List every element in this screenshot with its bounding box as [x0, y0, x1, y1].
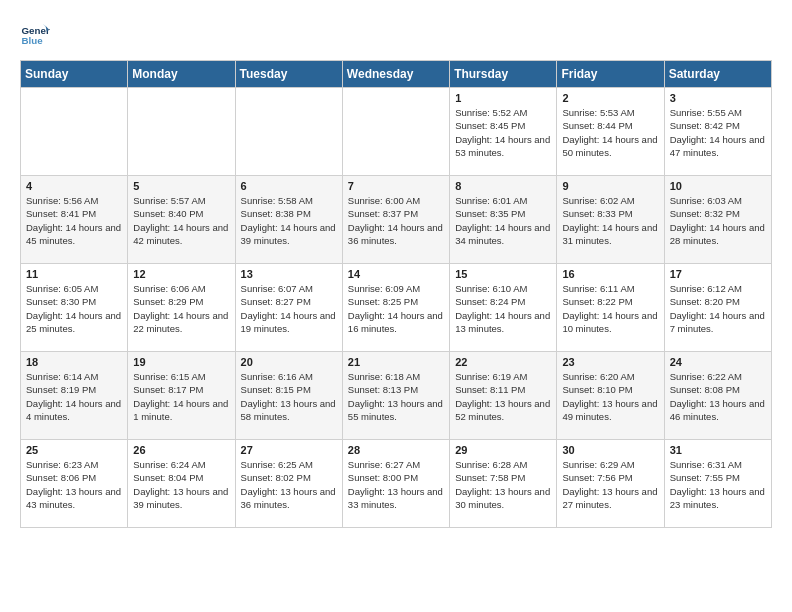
day-cell [128, 88, 235, 176]
day-cell: 15Sunrise: 6:10 AM Sunset: 8:24 PM Dayli… [450, 264, 557, 352]
day-number: 23 [562, 356, 658, 368]
day-cell: 25Sunrise: 6:23 AM Sunset: 8:06 PM Dayli… [21, 440, 128, 528]
day-info: Sunrise: 6:03 AM Sunset: 8:32 PM Dayligh… [670, 194, 766, 247]
weekday-header-friday: Friday [557, 61, 664, 88]
svg-text:General: General [22, 25, 51, 36]
day-cell [342, 88, 449, 176]
day-info: Sunrise: 6:14 AM Sunset: 8:19 PM Dayligh… [26, 370, 122, 423]
day-cell: 22Sunrise: 6:19 AM Sunset: 8:11 PM Dayli… [450, 352, 557, 440]
day-info: Sunrise: 6:07 AM Sunset: 8:27 PM Dayligh… [241, 282, 337, 335]
day-info: Sunrise: 6:16 AM Sunset: 8:15 PM Dayligh… [241, 370, 337, 423]
week-row-5: 25Sunrise: 6:23 AM Sunset: 8:06 PM Dayli… [21, 440, 772, 528]
day-cell [21, 88, 128, 176]
day-number: 28 [348, 444, 444, 456]
day-info: Sunrise: 6:18 AM Sunset: 8:13 PM Dayligh… [348, 370, 444, 423]
day-cell: 11Sunrise: 6:05 AM Sunset: 8:30 PM Dayli… [21, 264, 128, 352]
day-cell: 2Sunrise: 5:53 AM Sunset: 8:44 PM Daylig… [557, 88, 664, 176]
day-cell: 13Sunrise: 6:07 AM Sunset: 8:27 PM Dayli… [235, 264, 342, 352]
day-cell: 16Sunrise: 6:11 AM Sunset: 8:22 PM Dayli… [557, 264, 664, 352]
day-number: 26 [133, 444, 229, 456]
day-cell: 9Sunrise: 6:02 AM Sunset: 8:33 PM Daylig… [557, 176, 664, 264]
calendar-table: SundayMondayTuesdayWednesdayThursdayFrid… [20, 60, 772, 528]
day-cell: 18Sunrise: 6:14 AM Sunset: 8:19 PM Dayli… [21, 352, 128, 440]
day-info: Sunrise: 6:10 AM Sunset: 8:24 PM Dayligh… [455, 282, 551, 335]
weekday-header-saturday: Saturday [664, 61, 771, 88]
day-info: Sunrise: 6:11 AM Sunset: 8:22 PM Dayligh… [562, 282, 658, 335]
day-number: 8 [455, 180, 551, 192]
svg-text:Blue: Blue [22, 35, 44, 46]
day-number: 2 [562, 92, 658, 104]
day-cell: 23Sunrise: 6:20 AM Sunset: 8:10 PM Dayli… [557, 352, 664, 440]
day-number: 22 [455, 356, 551, 368]
day-cell: 29Sunrise: 6:28 AM Sunset: 7:58 PM Dayli… [450, 440, 557, 528]
day-info: Sunrise: 6:22 AM Sunset: 8:08 PM Dayligh… [670, 370, 766, 423]
day-number: 12 [133, 268, 229, 280]
day-number: 1 [455, 92, 551, 104]
day-info: Sunrise: 5:58 AM Sunset: 8:38 PM Dayligh… [241, 194, 337, 247]
day-cell: 31Sunrise: 6:31 AM Sunset: 7:55 PM Dayli… [664, 440, 771, 528]
day-info: Sunrise: 6:02 AM Sunset: 8:33 PM Dayligh… [562, 194, 658, 247]
day-number: 29 [455, 444, 551, 456]
day-number: 27 [241, 444, 337, 456]
day-info: Sunrise: 5:53 AM Sunset: 8:44 PM Dayligh… [562, 106, 658, 159]
day-number: 25 [26, 444, 122, 456]
day-number: 30 [562, 444, 658, 456]
weekday-header-wednesday: Wednesday [342, 61, 449, 88]
day-info: Sunrise: 5:56 AM Sunset: 8:41 PM Dayligh… [26, 194, 122, 247]
day-number: 9 [562, 180, 658, 192]
day-cell: 7Sunrise: 6:00 AM Sunset: 8:37 PM Daylig… [342, 176, 449, 264]
day-number: 16 [562, 268, 658, 280]
day-cell: 10Sunrise: 6:03 AM Sunset: 8:32 PM Dayli… [664, 176, 771, 264]
day-cell: 26Sunrise: 6:24 AM Sunset: 8:04 PM Dayli… [128, 440, 235, 528]
day-cell: 6Sunrise: 5:58 AM Sunset: 8:38 PM Daylig… [235, 176, 342, 264]
day-cell: 14Sunrise: 6:09 AM Sunset: 8:25 PM Dayli… [342, 264, 449, 352]
day-number: 31 [670, 444, 766, 456]
day-info: Sunrise: 5:55 AM Sunset: 8:42 PM Dayligh… [670, 106, 766, 159]
day-info: Sunrise: 6:09 AM Sunset: 8:25 PM Dayligh… [348, 282, 444, 335]
day-cell: 30Sunrise: 6:29 AM Sunset: 7:56 PM Dayli… [557, 440, 664, 528]
weekday-header-row: SundayMondayTuesdayWednesdayThursdayFrid… [21, 61, 772, 88]
day-cell: 27Sunrise: 6:25 AM Sunset: 8:02 PM Dayli… [235, 440, 342, 528]
day-info: Sunrise: 6:27 AM Sunset: 8:00 PM Dayligh… [348, 458, 444, 511]
day-number: 11 [26, 268, 122, 280]
weekday-header-monday: Monday [128, 61, 235, 88]
weekday-header-tuesday: Tuesday [235, 61, 342, 88]
day-number: 19 [133, 356, 229, 368]
day-cell: 12Sunrise: 6:06 AM Sunset: 8:29 PM Dayli… [128, 264, 235, 352]
day-cell: 17Sunrise: 6:12 AM Sunset: 8:20 PM Dayli… [664, 264, 771, 352]
week-row-3: 11Sunrise: 6:05 AM Sunset: 8:30 PM Dayli… [21, 264, 772, 352]
week-row-1: 1Sunrise: 5:52 AM Sunset: 8:45 PM Daylig… [21, 88, 772, 176]
day-cell: 3Sunrise: 5:55 AM Sunset: 8:42 PM Daylig… [664, 88, 771, 176]
weekday-header-thursday: Thursday [450, 61, 557, 88]
day-info: Sunrise: 6:06 AM Sunset: 8:29 PM Dayligh… [133, 282, 229, 335]
day-number: 10 [670, 180, 766, 192]
day-number: 13 [241, 268, 337, 280]
day-number: 20 [241, 356, 337, 368]
day-cell: 24Sunrise: 6:22 AM Sunset: 8:08 PM Dayli… [664, 352, 771, 440]
day-info: Sunrise: 6:31 AM Sunset: 7:55 PM Dayligh… [670, 458, 766, 511]
day-info: Sunrise: 6:24 AM Sunset: 8:04 PM Dayligh… [133, 458, 229, 511]
day-info: Sunrise: 6:05 AM Sunset: 8:30 PM Dayligh… [26, 282, 122, 335]
day-cell: 21Sunrise: 6:18 AM Sunset: 8:13 PM Dayli… [342, 352, 449, 440]
day-info: Sunrise: 6:25 AM Sunset: 8:02 PM Dayligh… [241, 458, 337, 511]
day-number: 3 [670, 92, 766, 104]
day-number: 4 [26, 180, 122, 192]
day-info: Sunrise: 5:52 AM Sunset: 8:45 PM Dayligh… [455, 106, 551, 159]
day-number: 24 [670, 356, 766, 368]
day-cell: 28Sunrise: 6:27 AM Sunset: 8:00 PM Dayli… [342, 440, 449, 528]
day-number: 17 [670, 268, 766, 280]
day-cell: 8Sunrise: 6:01 AM Sunset: 8:35 PM Daylig… [450, 176, 557, 264]
day-cell: 5Sunrise: 5:57 AM Sunset: 8:40 PM Daylig… [128, 176, 235, 264]
day-info: Sunrise: 6:19 AM Sunset: 8:11 PM Dayligh… [455, 370, 551, 423]
logo-icon: General Blue [20, 20, 50, 50]
day-info: Sunrise: 6:29 AM Sunset: 7:56 PM Dayligh… [562, 458, 658, 511]
day-number: 5 [133, 180, 229, 192]
day-cell: 4Sunrise: 5:56 AM Sunset: 8:41 PM Daylig… [21, 176, 128, 264]
day-number: 18 [26, 356, 122, 368]
day-number: 7 [348, 180, 444, 192]
day-cell [235, 88, 342, 176]
day-info: Sunrise: 6:23 AM Sunset: 8:06 PM Dayligh… [26, 458, 122, 511]
day-info: Sunrise: 5:57 AM Sunset: 8:40 PM Dayligh… [133, 194, 229, 247]
day-number: 15 [455, 268, 551, 280]
day-info: Sunrise: 6:01 AM Sunset: 8:35 PM Dayligh… [455, 194, 551, 247]
